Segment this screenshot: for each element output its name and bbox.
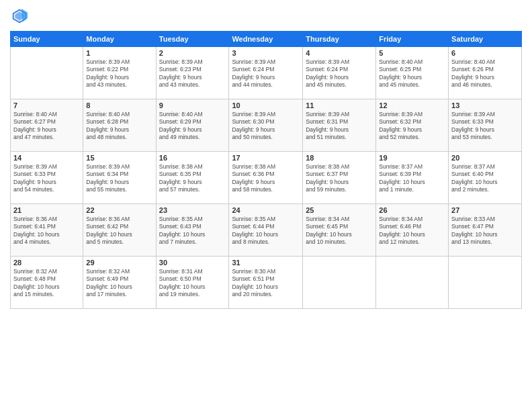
day-number: 7 <box>13 101 80 109</box>
calendar-table: SundayMondayTuesdayWednesdayThursdayFrid… <box>10 31 522 309</box>
day-cell: 9Sunrise: 8:40 AM Sunset: 6:29 PM Daylig… <box>156 99 229 152</box>
day-cell: 14Sunrise: 8:39 AM Sunset: 6:33 PM Dayli… <box>11 152 83 204</box>
day-info: Sunrise: 8:39 AM Sunset: 6:23 PM Dayligh… <box>159 58 226 89</box>
day-info: Sunrise: 8:36 AM Sunset: 6:42 PM Dayligh… <box>86 216 152 246</box>
day-info: Sunrise: 8:36 AM Sunset: 6:41 PM Dayligh… <box>13 216 80 246</box>
day-number: 4 <box>306 49 373 57</box>
day-info: Sunrise: 8:39 AM Sunset: 6:31 PM Dayligh… <box>306 111 373 142</box>
logo <box>10 7 32 26</box>
day-cell <box>11 47 83 99</box>
day-cell: 2Sunrise: 8:39 AM Sunset: 6:23 PM Daylig… <box>156 47 229 99</box>
day-info: Sunrise: 8:38 AM Sunset: 6:35 PM Dayligh… <box>159 163 226 194</box>
day-cell: 16Sunrise: 8:38 AM Sunset: 6:35 PM Dayli… <box>156 152 229 204</box>
day-number: 8 <box>86 101 152 109</box>
day-info: Sunrise: 8:40 AM Sunset: 6:27 PM Dayligh… <box>13 111 80 142</box>
day-number: 20 <box>451 154 519 162</box>
day-info: Sunrise: 8:40 AM Sunset: 6:25 PM Dayligh… <box>379 58 445 89</box>
day-number: 30 <box>159 259 226 267</box>
day-info: Sunrise: 8:39 AM Sunset: 6:32 PM Dayligh… <box>379 111 445 142</box>
day-cell: 28Sunrise: 8:32 AM Sunset: 6:48 PM Dayli… <box>11 257 83 309</box>
day-info: Sunrise: 8:39 AM Sunset: 6:33 PM Dayligh… <box>13 163 80 194</box>
day-info: Sunrise: 8:34 AM Sunset: 6:45 PM Dayligh… <box>306 216 373 246</box>
day-number: 1 <box>86 49 152 57</box>
day-number: 5 <box>379 49 445 57</box>
day-number: 16 <box>159 154 226 162</box>
week-row-4: 21Sunrise: 8:36 AM Sunset: 6:41 PM Dayli… <box>11 204 522 257</box>
day-number: 2 <box>159 49 226 57</box>
day-number: 26 <box>379 206 445 214</box>
day-cell: 29Sunrise: 8:32 AM Sunset: 6:49 PM Dayli… <box>83 257 156 309</box>
day-cell: 26Sunrise: 8:34 AM Sunset: 6:46 PM Dayli… <box>376 204 449 257</box>
day-info: Sunrise: 8:37 AM Sunset: 6:40 PM Dayligh… <box>451 163 519 194</box>
day-number: 9 <box>159 101 226 109</box>
day-number: 12 <box>379 101 445 109</box>
col-header-tuesday: Tuesday <box>156 32 229 47</box>
week-row-5: 28Sunrise: 8:32 AM Sunset: 6:48 PM Dayli… <box>11 257 522 309</box>
col-header-wednesday: Wednesday <box>229 32 303 47</box>
day-info: Sunrise: 8:30 AM Sunset: 6:51 PM Dayligh… <box>232 268 300 299</box>
day-number: 19 <box>379 154 445 162</box>
day-cell: 15Sunrise: 8:39 AM Sunset: 6:34 PM Dayli… <box>83 152 156 204</box>
day-info: Sunrise: 8:37 AM Sunset: 6:39 PM Dayligh… <box>379 163 445 194</box>
week-row-1: 1Sunrise: 8:39 AM Sunset: 6:22 PM Daylig… <box>11 47 522 99</box>
day-number: 14 <box>13 154 80 162</box>
day-info: Sunrise: 8:39 AM Sunset: 6:24 PM Dayligh… <box>232 58 300 89</box>
day-info: Sunrise: 8:31 AM Sunset: 6:50 PM Dayligh… <box>159 268 226 299</box>
day-info: Sunrise: 8:38 AM Sunset: 6:37 PM Dayligh… <box>306 163 373 194</box>
day-cell <box>376 257 449 309</box>
day-cell <box>449 257 522 309</box>
day-info: Sunrise: 8:35 AM Sunset: 6:44 PM Dayligh… <box>232 216 300 246</box>
col-header-monday: Monday <box>83 32 156 47</box>
week-row-3: 14Sunrise: 8:39 AM Sunset: 6:33 PM Dayli… <box>11 152 522 204</box>
day-cell: 22Sunrise: 8:36 AM Sunset: 6:42 PM Dayli… <box>83 204 156 257</box>
header <box>10 7 522 26</box>
day-number: 3 <box>232 49 300 57</box>
day-cell: 18Sunrise: 8:38 AM Sunset: 6:37 PM Dayli… <box>303 152 376 204</box>
day-info: Sunrise: 8:38 AM Sunset: 6:36 PM Dayligh… <box>232 163 300 194</box>
day-info: Sunrise: 8:40 AM Sunset: 6:26 PM Dayligh… <box>451 58 519 89</box>
day-cell: 3Sunrise: 8:39 AM Sunset: 6:24 PM Daylig… <box>229 47 303 99</box>
day-number: 18 <box>306 154 373 162</box>
day-number: 22 <box>86 206 152 214</box>
day-cell: 4Sunrise: 8:39 AM Sunset: 6:24 PM Daylig… <box>303 47 376 99</box>
day-info: Sunrise: 8:32 AM Sunset: 6:49 PM Dayligh… <box>86 268 152 299</box>
day-number: 17 <box>232 154 300 162</box>
day-cell: 30Sunrise: 8:31 AM Sunset: 6:50 PM Dayli… <box>156 257 229 309</box>
day-number: 23 <box>159 206 226 214</box>
day-number: 27 <box>451 206 519 214</box>
logo-icon <box>10 7 29 26</box>
day-number: 10 <box>232 101 300 109</box>
day-cell: 17Sunrise: 8:38 AM Sunset: 6:36 PM Dayli… <box>229 152 303 204</box>
day-cell: 12Sunrise: 8:39 AM Sunset: 6:32 PM Dayli… <box>376 99 449 152</box>
day-cell: 19Sunrise: 8:37 AM Sunset: 6:39 PM Dayli… <box>376 152 449 204</box>
day-cell: 24Sunrise: 8:35 AM Sunset: 6:44 PM Dayli… <box>229 204 303 257</box>
page: SundayMondayTuesdayWednesdayThursdayFrid… <box>0 0 532 411</box>
day-number: 21 <box>13 206 80 214</box>
day-cell: 8Sunrise: 8:40 AM Sunset: 6:28 PM Daylig… <box>83 99 156 152</box>
day-info: Sunrise: 8:39 AM Sunset: 6:33 PM Dayligh… <box>451 111 519 142</box>
day-info: Sunrise: 8:39 AM Sunset: 6:24 PM Dayligh… <box>306 58 373 89</box>
week-row-2: 7Sunrise: 8:40 AM Sunset: 6:27 PM Daylig… <box>11 99 522 152</box>
day-cell: 21Sunrise: 8:36 AM Sunset: 6:41 PM Dayli… <box>11 204 83 257</box>
day-info: Sunrise: 8:34 AM Sunset: 6:46 PM Dayligh… <box>379 216 445 246</box>
col-header-thursday: Thursday <box>303 32 376 47</box>
day-number: 31 <box>232 259 300 267</box>
day-cell: 23Sunrise: 8:35 AM Sunset: 6:43 PM Dayli… <box>156 204 229 257</box>
day-number: 25 <box>306 206 373 214</box>
day-number: 11 <box>306 101 373 109</box>
day-number: 15 <box>86 154 152 162</box>
day-cell: 7Sunrise: 8:40 AM Sunset: 6:27 PM Daylig… <box>11 99 83 152</box>
day-cell: 11Sunrise: 8:39 AM Sunset: 6:31 PM Dayli… <box>303 99 376 152</box>
day-info: Sunrise: 8:39 AM Sunset: 6:30 PM Dayligh… <box>232 111 300 142</box>
day-info: Sunrise: 8:39 AM Sunset: 6:22 PM Dayligh… <box>86 58 152 89</box>
day-number: 28 <box>13 259 80 267</box>
day-cell: 20Sunrise: 8:37 AM Sunset: 6:40 PM Dayli… <box>449 152 522 204</box>
col-header-friday: Friday <box>376 32 449 47</box>
header-row: SundayMondayTuesdayWednesdayThursdayFrid… <box>11 32 522 47</box>
day-cell: 10Sunrise: 8:39 AM Sunset: 6:30 PM Dayli… <box>229 99 303 152</box>
day-info: Sunrise: 8:40 AM Sunset: 6:28 PM Dayligh… <box>86 111 152 142</box>
day-info: Sunrise: 8:39 AM Sunset: 6:34 PM Dayligh… <box>86 163 152 194</box>
day-info: Sunrise: 8:32 AM Sunset: 6:48 PM Dayligh… <box>13 268 80 299</box>
day-cell: 5Sunrise: 8:40 AM Sunset: 6:25 PM Daylig… <box>376 47 449 99</box>
day-cell: 25Sunrise: 8:34 AM Sunset: 6:45 PM Dayli… <box>303 204 376 257</box>
